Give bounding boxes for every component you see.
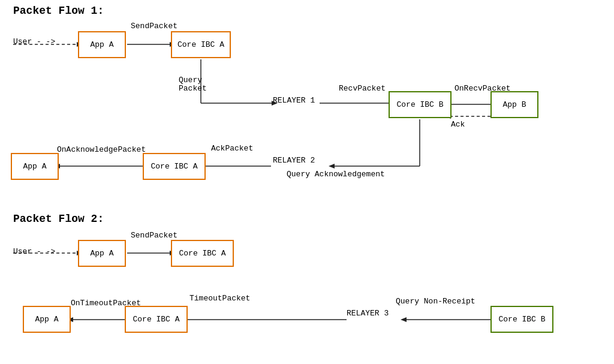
packet-label: Packet bbox=[179, 84, 207, 93]
onacknowledge-label: OnAcknowledgePacket bbox=[57, 145, 146, 154]
f1-coreA2: Core IBC A bbox=[143, 153, 206, 180]
flow1-title: Packet Flow 1: bbox=[13, 5, 104, 17]
onrecvpacket-label: OnRecvPacket bbox=[455, 84, 511, 93]
sendpacket-label-1: SendPacket bbox=[131, 22, 177, 31]
timeoutpacket-label: TimeoutPacket bbox=[189, 294, 250, 303]
ack-label: Ack bbox=[451, 120, 465, 129]
f2-coreA2: Core IBC A bbox=[125, 306, 188, 333]
f1-appA2: App A bbox=[11, 153, 59, 180]
f1-coreA1: Core IBC A bbox=[171, 31, 231, 58]
sendpacket-label-2: SendPacket bbox=[131, 231, 177, 240]
f1-coreB: Core IBC B bbox=[389, 91, 452, 118]
f2-appA2: App A bbox=[23, 306, 71, 333]
f1-appB: App B bbox=[490, 91, 538, 118]
diagram: Packet Flow 1: App A Core IBC A Core IBC… bbox=[0, 0, 614, 364]
f2-appA1: App A bbox=[78, 240, 126, 267]
user-label-1: User - -> bbox=[13, 37, 55, 46]
svg-marker-15 bbox=[329, 164, 335, 169]
query-ack-label: Query Acknowledgement bbox=[287, 170, 385, 179]
svg-marker-25 bbox=[401, 317, 407, 322]
relayer1-label: RELAYER 1 bbox=[273, 96, 315, 105]
query-nonreceipt-label: Query Non-Receipt bbox=[396, 297, 475, 306]
flow2-title: Packet Flow 2: bbox=[13, 213, 104, 225]
user-label-2: User - -> bbox=[13, 247, 55, 256]
f1-appA1: App A bbox=[78, 31, 126, 58]
ackpacket-label: AckPacket bbox=[211, 144, 253, 153]
relayer2-label: RELAYER 2 bbox=[273, 156, 315, 165]
f2-coreA1: Core IBC A bbox=[171, 240, 234, 267]
ontimeout-label: OnTimeoutPacket bbox=[71, 299, 141, 308]
relayer3-label: RELAYER 3 bbox=[347, 309, 389, 318]
f2-coreB: Core IBC B bbox=[490, 306, 553, 333]
query-label: Query bbox=[179, 76, 202, 85]
recvpacket-label: RecvPacket bbox=[339, 84, 386, 93]
